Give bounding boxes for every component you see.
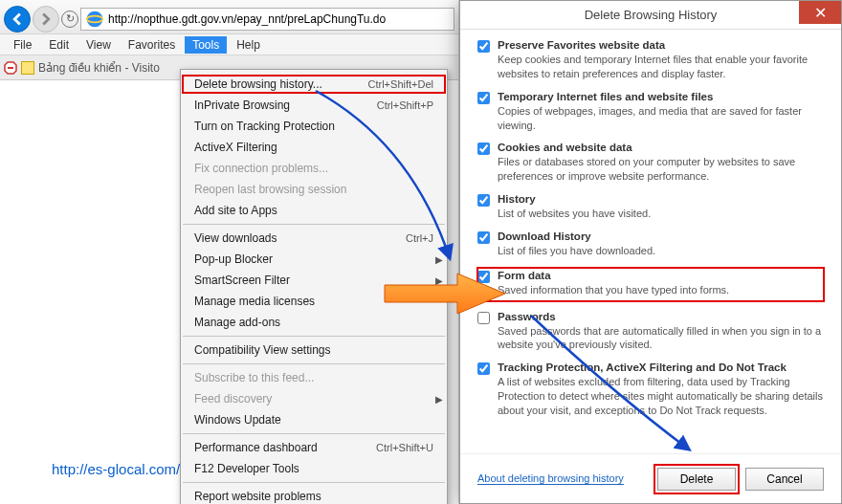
option-title: Download History bbox=[498, 230, 655, 242]
menu-item[interactable]: Report website problems bbox=[181, 486, 447, 504]
menu-item[interactable]: Add site to Apps bbox=[181, 200, 447, 221]
close-button[interactable]: ✕ bbox=[799, 1, 841, 24]
forward-button[interactable] bbox=[33, 6, 59, 33]
menu-item-label: Report website problems bbox=[194, 490, 321, 503]
about-link[interactable]: About deleting browsing history bbox=[477, 472, 624, 485]
dialog-option: Temporary Internet files and website fil… bbox=[477, 91, 824, 133]
option-desc: Saved passwords that are automatically f… bbox=[498, 324, 824, 353]
svg-rect-4 bbox=[8, 67, 13, 69]
option-title: Preserve Favorites website data bbox=[498, 39, 824, 51]
menu-shortcut: Ctrl+Shift+Del bbox=[368, 78, 433, 90]
option-desc: Keep cookies and temporary Internet file… bbox=[498, 53, 824, 81]
menu-view[interactable]: View bbox=[78, 36, 119, 54]
menu-item-label: Delete browsing history... bbox=[194, 77, 322, 91]
option-title: Form data bbox=[498, 270, 729, 281]
dialog-option: Cookies and website dataFiles or databas… bbox=[477, 142, 824, 184]
close-icon: ✕ bbox=[814, 4, 827, 22]
menu-item[interactable]: InPrivate BrowsingCtrl+Shift+P bbox=[181, 95, 447, 116]
menu-item: Reopen last browsing session bbox=[181, 179, 447, 200]
menu-edit[interactable]: Edit bbox=[41, 36, 77, 54]
option-title: Temporary Internet files and website fil… bbox=[498, 91, 824, 102]
option-title: Tracking Protection, ActiveX Filtering a… bbox=[498, 362, 824, 373]
back-button[interactable] bbox=[4, 6, 31, 33]
menu-item: Subscribe to this feed... bbox=[181, 367, 447, 388]
dialog-footer: About deleting browsing history Delete C… bbox=[460, 453, 841, 503]
nav-toolbar: ↻ bbox=[0, 0, 458, 34]
reload-button[interactable]: ↻ bbox=[61, 11, 78, 28]
watermark-link: http://es-glocal.com/ bbox=[52, 461, 180, 477]
menu-file[interactable]: File bbox=[6, 36, 39, 54]
option-checkbox[interactable] bbox=[477, 231, 490, 244]
menu-shortcut: Ctrl+J bbox=[406, 232, 433, 244]
svg-point-1 bbox=[87, 11, 103, 27]
address-bar[interactable] bbox=[80, 8, 454, 31]
option-checkbox[interactable] bbox=[477, 194, 490, 207]
menu-item-label: InPrivate Browsing bbox=[194, 99, 290, 112]
menu-item-label: Subscribe to this feed... bbox=[194, 371, 314, 384]
menu-item[interactable]: Performance dashboardCtrl+Shift+U bbox=[181, 437, 447, 458]
menu-favorites[interactable]: Favorites bbox=[121, 36, 183, 54]
option-checkbox[interactable] bbox=[477, 92, 490, 104]
menu-item-label: Windows Update bbox=[194, 413, 281, 427]
menu-item[interactable]: F12 Developer Tools bbox=[181, 458, 447, 479]
delete-button[interactable]: Delete bbox=[657, 468, 736, 491]
arrow-left-icon bbox=[11, 12, 24, 26]
menu-item-label: Pop-up Blocker bbox=[194, 252, 273, 266]
ie-logo-icon bbox=[85, 10, 104, 29]
submenu-caret-icon: ▶ bbox=[435, 254, 443, 265]
menu-item-label: ActiveX Filtering bbox=[194, 141, 277, 154]
menu-item[interactable]: View downloadsCtrl+J bbox=[181, 228, 447, 249]
option-desc: Files or databases stored on your comput… bbox=[498, 155, 824, 184]
stop-icon[interactable] bbox=[2, 59, 19, 77]
menu-item-label: Performance dashboard bbox=[194, 441, 318, 454]
menu-item-label: Compatibility View settings bbox=[194, 343, 331, 357]
menu-help[interactable]: Help bbox=[229, 36, 268, 54]
menu-item[interactable]: Windows Update bbox=[181, 409, 447, 430]
dialog-option: Preserve Favorites website dataKeep cook… bbox=[477, 39, 824, 81]
option-title: History bbox=[498, 193, 651, 205]
option-desc: Copies of webpages, images, and media th… bbox=[498, 104, 824, 133]
url-input[interactable] bbox=[108, 12, 450, 26]
menu-item-label: Turn on Tracking Protection bbox=[194, 120, 335, 133]
menu-item-label: Manage add-ons bbox=[194, 316, 280, 329]
dialog-title: Delete Browsing History bbox=[585, 8, 718, 22]
menu-shortcut: Ctrl+Shift+U bbox=[376, 442, 433, 453]
menu-item-label: Fix connection problems... bbox=[194, 162, 328, 175]
option-title: Cookies and website data bbox=[498, 142, 824, 153]
menu-item[interactable]: Compatibility View settings bbox=[181, 340, 447, 361]
menu-bar: File Edit View Favorites Tools Help bbox=[0, 34, 458, 55]
delete-history-dialog: Delete Browsing History ✕ Preserve Favor… bbox=[459, 0, 842, 504]
menu-item-label: SmartScreen Filter bbox=[194, 274, 290, 287]
option-checkbox[interactable] bbox=[477, 142, 490, 155]
menu-item[interactable]: Pop-up Blocker▶ bbox=[181, 249, 447, 270]
option-title: Passwords bbox=[498, 311, 824, 322]
favicon-icon bbox=[21, 61, 34, 75]
menu-item[interactable]: ActiveX Filtering bbox=[181, 137, 447, 158]
dialog-body: Preserve Favorites website dataKeep cook… bbox=[460, 30, 841, 453]
arrow-right-icon bbox=[39, 12, 53, 26]
dialog-option: Download HistoryList of files you have d… bbox=[477, 230, 824, 258]
menu-item-label: Add site to Apps bbox=[194, 204, 277, 217]
menu-tools[interactable]: Tools bbox=[185, 36, 227, 54]
menu-item-label: F12 Developer Tools bbox=[194, 462, 299, 475]
menu-item[interactable]: Delete browsing history...Ctrl+Shift+Del bbox=[181, 74, 447, 95]
dialog-option: HistoryList of websites you have visited… bbox=[477, 193, 824, 221]
menu-item: Fix connection problems... bbox=[181, 158, 447, 179]
dialog-option: Form dataSaved information that you have… bbox=[477, 268, 824, 301]
option-desc: A list of websites excluded from filteri… bbox=[498, 375, 824, 418]
cancel-button[interactable]: Cancel bbox=[745, 468, 824, 491]
menu-item-label: View downloads bbox=[194, 231, 277, 245]
menu-item-label: Manage media licenses bbox=[194, 295, 315, 308]
option-desc: List of websites you have visited. bbox=[498, 207, 651, 221]
dialog-option: Tracking Protection, ActiveX Filtering a… bbox=[477, 362, 824, 418]
option-checkbox[interactable] bbox=[477, 40, 490, 53]
option-desc: Saved information that you have typed in… bbox=[498, 283, 729, 297]
tab-title[interactable]: Bảng điều khiển - Visito bbox=[38, 61, 166, 75]
menu-item-label: Feed discovery bbox=[194, 392, 272, 405]
menu-item-label: Reopen last browsing session bbox=[194, 183, 346, 196]
menu-item[interactable]: Turn on Tracking Protection bbox=[181, 116, 447, 137]
dialog-title-bar: Delete Browsing History ✕ bbox=[460, 1, 841, 30]
dialog-option: PasswordsSaved passwords that are automa… bbox=[477, 311, 824, 353]
submenu-caret-icon: ▶ bbox=[435, 394, 443, 405]
option-checkbox[interactable] bbox=[477, 362, 490, 375]
